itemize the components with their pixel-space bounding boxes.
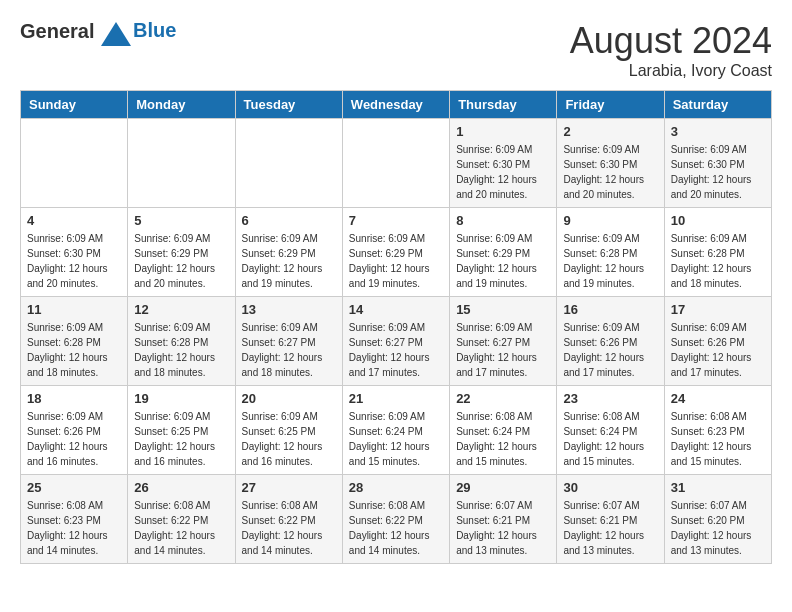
day-number: 15 <box>456 302 550 317</box>
day-info: Sunrise: 6:08 AM Sunset: 6:24 PM Dayligh… <box>563 409 657 469</box>
calendar-cell <box>235 119 342 208</box>
title-area: August 2024 Larabia, Ivory Coast <box>570 20 772 80</box>
day-info: Sunrise: 6:08 AM Sunset: 6:22 PM Dayligh… <box>349 498 443 558</box>
day-info: Sunrise: 6:08 AM Sunset: 6:24 PM Dayligh… <box>456 409 550 469</box>
day-info: Sunrise: 6:09 AM Sunset: 6:25 PM Dayligh… <box>242 409 336 469</box>
day-number: 17 <box>671 302 765 317</box>
calendar-cell <box>342 119 449 208</box>
day-info: Sunrise: 6:07 AM Sunset: 6:21 PM Dayligh… <box>563 498 657 558</box>
calendar-week-1: 1Sunrise: 6:09 AM Sunset: 6:30 PM Daylig… <box>21 119 772 208</box>
day-number: 18 <box>27 391 121 406</box>
day-info: Sunrise: 6:09 AM Sunset: 6:26 PM Dayligh… <box>671 320 765 380</box>
month-year: August 2024 <box>570 20 772 62</box>
day-number: 23 <box>563 391 657 406</box>
calendar-cell: 4Sunrise: 6:09 AM Sunset: 6:30 PM Daylig… <box>21 208 128 297</box>
logo-general-text: General <box>20 20 131 46</box>
day-number: 30 <box>563 480 657 495</box>
calendar-cell: 18Sunrise: 6:09 AM Sunset: 6:26 PM Dayli… <box>21 386 128 475</box>
calendar-header: Sunday Monday Tuesday Wednesday Thursday… <box>21 91 772 119</box>
day-info: Sunrise: 6:09 AM Sunset: 6:28 PM Dayligh… <box>563 231 657 291</box>
day-number: 19 <box>134 391 228 406</box>
calendar-cell: 5Sunrise: 6:09 AM Sunset: 6:29 PM Daylig… <box>128 208 235 297</box>
day-number: 16 <box>563 302 657 317</box>
day-info: Sunrise: 6:09 AM Sunset: 6:30 PM Dayligh… <box>27 231 121 291</box>
day-number: 11 <box>27 302 121 317</box>
day-info: Sunrise: 6:09 AM Sunset: 6:29 PM Dayligh… <box>456 231 550 291</box>
logo: General Blue <box>20 20 176 46</box>
calendar-cell: 25Sunrise: 6:08 AM Sunset: 6:23 PM Dayli… <box>21 475 128 564</box>
calendar-cell: 26Sunrise: 6:08 AM Sunset: 6:22 PM Dayli… <box>128 475 235 564</box>
day-info: Sunrise: 6:09 AM Sunset: 6:29 PM Dayligh… <box>349 231 443 291</box>
calendar-cell: 19Sunrise: 6:09 AM Sunset: 6:25 PM Dayli… <box>128 386 235 475</box>
calendar-cell: 16Sunrise: 6:09 AM Sunset: 6:26 PM Dayli… <box>557 297 664 386</box>
day-number: 10 <box>671 213 765 228</box>
calendar-cell: 13Sunrise: 6:09 AM Sunset: 6:27 PM Dayli… <box>235 297 342 386</box>
day-number: 29 <box>456 480 550 495</box>
calendar-cell: 12Sunrise: 6:09 AM Sunset: 6:28 PM Dayli… <box>128 297 235 386</box>
day-info: Sunrise: 6:09 AM Sunset: 6:30 PM Dayligh… <box>671 142 765 202</box>
day-number: 25 <box>27 480 121 495</box>
calendar-cell: 29Sunrise: 6:07 AM Sunset: 6:21 PM Dayli… <box>450 475 557 564</box>
logo-blue-text: Blue <box>133 19 176 42</box>
day-number: 6 <box>242 213 336 228</box>
header-row: Sunday Monday Tuesday Wednesday Thursday… <box>21 91 772 119</box>
day-number: 22 <box>456 391 550 406</box>
day-info: Sunrise: 6:09 AM Sunset: 6:29 PM Dayligh… <box>134 231 228 291</box>
day-number: 5 <box>134 213 228 228</box>
col-tuesday: Tuesday <box>235 91 342 119</box>
calendar-week-3: 11Sunrise: 6:09 AM Sunset: 6:28 PM Dayli… <box>21 297 772 386</box>
day-number: 21 <box>349 391 443 406</box>
logo-icon <box>101 22 131 46</box>
calendar-cell: 1Sunrise: 6:09 AM Sunset: 6:30 PM Daylig… <box>450 119 557 208</box>
day-info: Sunrise: 6:09 AM Sunset: 6:29 PM Dayligh… <box>242 231 336 291</box>
day-info: Sunrise: 6:09 AM Sunset: 6:24 PM Dayligh… <box>349 409 443 469</box>
col-monday: Monday <box>128 91 235 119</box>
calendar-cell: 11Sunrise: 6:09 AM Sunset: 6:28 PM Dayli… <box>21 297 128 386</box>
calendar-cell: 20Sunrise: 6:09 AM Sunset: 6:25 PM Dayli… <box>235 386 342 475</box>
calendar-week-2: 4Sunrise: 6:09 AM Sunset: 6:30 PM Daylig… <box>21 208 772 297</box>
day-info: Sunrise: 6:09 AM Sunset: 6:30 PM Dayligh… <box>456 142 550 202</box>
day-number: 20 <box>242 391 336 406</box>
calendar-week-5: 25Sunrise: 6:08 AM Sunset: 6:23 PM Dayli… <box>21 475 772 564</box>
logo-text-general: General <box>20 20 94 42</box>
calendar-cell: 14Sunrise: 6:09 AM Sunset: 6:27 PM Dayli… <box>342 297 449 386</box>
calendar-cell: 2Sunrise: 6:09 AM Sunset: 6:30 PM Daylig… <box>557 119 664 208</box>
day-number: 27 <box>242 480 336 495</box>
day-number: 24 <box>671 391 765 406</box>
day-info: Sunrise: 6:09 AM Sunset: 6:27 PM Dayligh… <box>242 320 336 380</box>
day-info: Sunrise: 6:09 AM Sunset: 6:28 PM Dayligh… <box>671 231 765 291</box>
calendar-cell <box>21 119 128 208</box>
calendar-cell: 15Sunrise: 6:09 AM Sunset: 6:27 PM Dayli… <box>450 297 557 386</box>
col-friday: Friday <box>557 91 664 119</box>
calendar-cell: 30Sunrise: 6:07 AM Sunset: 6:21 PM Dayli… <box>557 475 664 564</box>
day-info: Sunrise: 6:09 AM Sunset: 6:26 PM Dayligh… <box>563 320 657 380</box>
day-number: 2 <box>563 124 657 139</box>
calendar-cell <box>128 119 235 208</box>
calendar-table: Sunday Monday Tuesday Wednesday Thursday… <box>20 90 772 564</box>
day-number: 8 <box>456 213 550 228</box>
calendar-cell: 22Sunrise: 6:08 AM Sunset: 6:24 PM Dayli… <box>450 386 557 475</box>
day-number: 1 <box>456 124 550 139</box>
calendar-week-4: 18Sunrise: 6:09 AM Sunset: 6:26 PM Dayli… <box>21 386 772 475</box>
calendar-cell: 6Sunrise: 6:09 AM Sunset: 6:29 PM Daylig… <box>235 208 342 297</box>
col-sunday: Sunday <box>21 91 128 119</box>
day-number: 28 <box>349 480 443 495</box>
day-info: Sunrise: 6:09 AM Sunset: 6:26 PM Dayligh… <box>27 409 121 469</box>
location: Larabia, Ivory Coast <box>570 62 772 80</box>
day-info: Sunrise: 6:09 AM Sunset: 6:28 PM Dayligh… <box>27 320 121 380</box>
day-number: 12 <box>134 302 228 317</box>
day-number: 14 <box>349 302 443 317</box>
calendar-cell: 24Sunrise: 6:08 AM Sunset: 6:23 PM Dayli… <box>664 386 771 475</box>
calendar-cell: 23Sunrise: 6:08 AM Sunset: 6:24 PM Dayli… <box>557 386 664 475</box>
day-info: Sunrise: 6:08 AM Sunset: 6:22 PM Dayligh… <box>134 498 228 558</box>
day-number: 9 <box>563 213 657 228</box>
calendar-cell: 3Sunrise: 6:09 AM Sunset: 6:30 PM Daylig… <box>664 119 771 208</box>
calendar-cell: 17Sunrise: 6:09 AM Sunset: 6:26 PM Dayli… <box>664 297 771 386</box>
day-number: 4 <box>27 213 121 228</box>
day-number: 13 <box>242 302 336 317</box>
calendar-cell: 9Sunrise: 6:09 AM Sunset: 6:28 PM Daylig… <box>557 208 664 297</box>
day-info: Sunrise: 6:08 AM Sunset: 6:23 PM Dayligh… <box>27 498 121 558</box>
calendar-body: 1Sunrise: 6:09 AM Sunset: 6:30 PM Daylig… <box>21 119 772 564</box>
svg-marker-0 <box>101 22 131 46</box>
day-info: Sunrise: 6:07 AM Sunset: 6:20 PM Dayligh… <box>671 498 765 558</box>
